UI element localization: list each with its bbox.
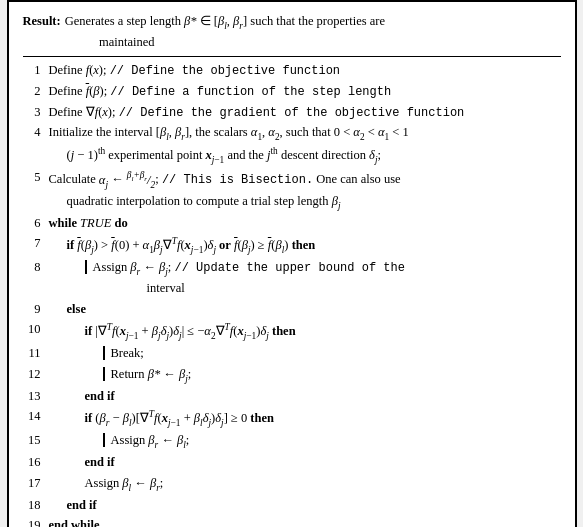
line-7: 7 if f(βj) > f(0) + α1βj∇Tf(xj−1)δj or f… [23,234,561,257]
line-content-17: Assign βl ← βr; [49,474,561,495]
line-num-3: 3 [23,103,41,123]
line-content-1: Define f(x); // Define the objective fun… [49,61,561,81]
line-content-14: if (βr − βl)[∇Tf(xj−1 + βlδj)δj] ≥ 0 the… [49,407,561,430]
line-content-16: end if [49,453,561,472]
line-num-4: 4 [23,123,41,167]
line-content-4: Initialize the interval [βl, βr], the sc… [49,123,561,167]
line-num-5: 5 [23,168,41,212]
line-content-15: Assign βr ← βl; [49,431,561,452]
line-num-13: 13 [23,387,41,406]
line-num-11: 11 [23,344,41,363]
line-13: 13 end if [23,387,561,406]
line-content-18: end if [49,496,561,515]
result-label: Result: [23,12,61,52]
line-10: 10 if |∇Tf(xj−1 + βjδj)δj| ≤ −α2∇Tf(xj−1… [23,320,561,343]
line-9: 9 else [23,300,561,319]
line-3: 3 Define ∇f(x); // Define the gradient o… [23,103,561,123]
line-content-9: else [49,300,561,319]
line-content-19: end while [49,516,561,527]
result-block: Result: Generates a step length β* ∈ [βl… [23,12,561,52]
line-num-12: 12 [23,365,41,386]
line-4: 4 Initialize the interval [βl, βr], the … [23,123,561,167]
line-num-18: 18 [23,496,41,515]
line-content-8: Assign βr ← βj; // Update the upper boun… [49,258,561,298]
line-num-19: 19 [23,516,41,527]
line-8: 8 Assign βr ← βj; // Update the upper bo… [23,258,561,298]
line-14: 14 if (βr − βl)[∇Tf(xj−1 + βlδj)δj] ≥ 0 … [23,407,561,430]
line-num-10: 10 [23,320,41,343]
line-content-2: Define f(β); // Define a function of the… [49,82,561,102]
line-15: 15 Assign βr ← βl; [23,431,561,452]
line-content-10: if |∇Tf(xj−1 + βjδj)δj| ≤ −α2∇Tf(xj−1)δj… [49,320,561,343]
line-content-12: Return β* ← βj; [49,365,561,386]
line-content-5: Calculate αj ← βl+βr/2; // This is Bisec… [49,168,561,212]
line-12: 12 Return β* ← βj; [23,365,561,386]
line-content-3: Define ∇f(x); // Define the gradient of … [49,103,561,123]
line-6: 6 while TRUE do [23,214,561,233]
line-content-13: end if [49,387,561,406]
line-num-9: 9 [23,300,41,319]
line-content-6: while TRUE do [49,214,561,233]
algorithm-box: Result: Generates a step length β* ∈ [βl… [7,0,577,527]
line-17: 17 Assign βl ← βr; [23,474,561,495]
top-divider [23,56,561,57]
line-num-15: 15 [23,431,41,452]
line-num-1: 1 [23,61,41,81]
line-content-7: if f(βj) > f(0) + α1βj∇Tf(xj−1)δj or f(β… [49,234,561,257]
line-num-2: 2 [23,82,41,102]
line-1: 1 Define f(x); // Define the objective f… [23,61,561,81]
line-18: 18 end if [23,496,561,515]
line-num-7: 7 [23,234,41,257]
line-num-6: 6 [23,214,41,233]
line-2: 2 Define f(β); // Define a function of t… [23,82,561,102]
result-text: Generates a step length β* ∈ [βl, βr] su… [65,12,561,52]
line-5: 5 Calculate αj ← βl+βr/2; // This is Bis… [23,168,561,212]
line-11: 11 Break; [23,344,561,363]
line-num-17: 17 [23,474,41,495]
line-16: 16 end if [23,453,561,472]
line-num-8: 8 [23,258,41,298]
line-num-14: 14 [23,407,41,430]
line-num-16: 16 [23,453,41,472]
line-19: 19 end while [23,516,561,527]
line-content-11: Break; [49,344,561,363]
